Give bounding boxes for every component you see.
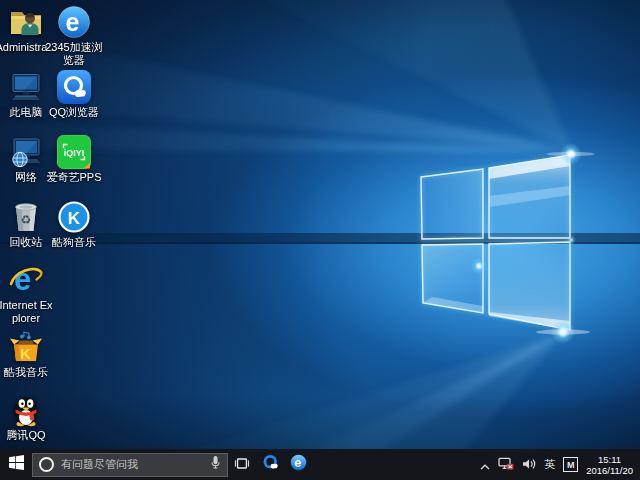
search-placeholder: 有问题尽管问我 — [61, 457, 210, 472]
chevron-up-icon — [480, 456, 490, 474]
network-status-button[interactable] — [498, 456, 514, 474]
taskbar-qq-browser-button[interactable] — [256, 449, 284, 480]
ie-icon: e — [9, 263, 43, 297]
2345-browser-icon: e — [57, 5, 91, 39]
desktop: Administra... 此电脑 网络 ♻ 回收站 e Internet Ex… — [0, 0, 640, 480]
icon-label: 腾讯QQ — [6, 429, 45, 442]
taskbar-2345-browser-button[interactable]: e — [284, 449, 312, 480]
svg-text:♻: ♻ — [21, 213, 32, 227]
svg-text:e: e — [14, 263, 31, 297]
speaker-icon — [522, 456, 536, 474]
clock-time: 15:11 — [598, 454, 621, 465]
qq-penguin-icon — [9, 393, 43, 427]
icon-label: Internet Explorer — [0, 299, 55, 325]
microphone-icon[interactable] — [210, 455, 221, 474]
ime-mode-indicator: M — [563, 457, 578, 472]
svg-text:K: K — [68, 209, 81, 228]
taskbar: 有问题尽管问我 e — [0, 449, 640, 480]
tray-expand-button[interactable] — [480, 456, 490, 474]
2345-browser-icon: e — [290, 454, 307, 475]
iqiyi-pps-icon: iQIYI — [57, 135, 91, 169]
icon-label: 此电脑 — [10, 106, 43, 119]
icon-label: QQ浏览器 — [49, 106, 99, 119]
cortana-icon — [39, 457, 54, 472]
desktop-icon-tencent-qq[interactable]: 腾讯QQ — [0, 393, 55, 442]
start-windows-icon — [9, 455, 24, 474]
taskbar-clock[interactable]: 15:11 2016/11/20 — [586, 454, 633, 476]
system-tray: 英 M 15:11 2016/11/20 — [480, 449, 640, 480]
desktop-icon-iqiyi-pps[interactable]: iQIYI 爱奇艺PPS — [45, 135, 103, 184]
ime-language-indicator[interactable]: 英 — [544, 457, 555, 472]
volume-button[interactable] — [522, 456, 536, 474]
task-view-icon — [234, 456, 250, 474]
icon-label: 2345加速浏览器 — [45, 41, 103, 67]
desktop-icon-kugou-music[interactable]: K 酷狗音乐 — [45, 200, 103, 249]
kugou-music-icon: K — [57, 200, 91, 234]
taskbar-search[interactable]: 有问题尽管问我 — [32, 453, 228, 477]
computer-icon — [9, 70, 43, 104]
network-globe-icon — [9, 135, 43, 169]
desktop-icon-2345-browser[interactable]: e 2345加速浏览器 — [45, 5, 103, 67]
desktop-icon-qq-browser[interactable]: QQ浏览器 — [45, 70, 103, 119]
svg-text:iQIYI: iQIYI — [64, 148, 85, 158]
desktop-icon-internet-explorer[interactable]: e Internet Explorer — [0, 263, 55, 325]
qq-browser-icon — [261, 453, 280, 476]
clock-date: 2016/11/20 — [586, 465, 633, 476]
user-folder-icon — [9, 5, 43, 39]
icon-label: 回收站 — [10, 236, 43, 249]
icon-label: 网络 — [15, 171, 37, 184]
svg-text:K: K — [20, 345, 31, 362]
qq-browser-icon — [57, 70, 91, 104]
network-disconnected-icon — [498, 456, 514, 474]
task-view-button[interactable] — [228, 449, 256, 480]
svg-text:e: e — [294, 456, 301, 470]
desktop-icon-kuwo-music[interactable]: K 酷我音乐 — [0, 330, 55, 379]
icon-label: 酷我音乐 — [4, 366, 48, 379]
svg-text:e: e — [66, 8, 80, 36]
icon-label: 酷狗音乐 — [52, 236, 96, 249]
ime-mode-button[interactable]: M — [563, 457, 578, 472]
start-button[interactable] — [0, 449, 32, 480]
kuwo-music-box-icon: K — [9, 330, 43, 364]
recycle-bin-icon: ♻ — [9, 200, 43, 234]
icon-label: 爱奇艺PPS — [46, 171, 101, 184]
